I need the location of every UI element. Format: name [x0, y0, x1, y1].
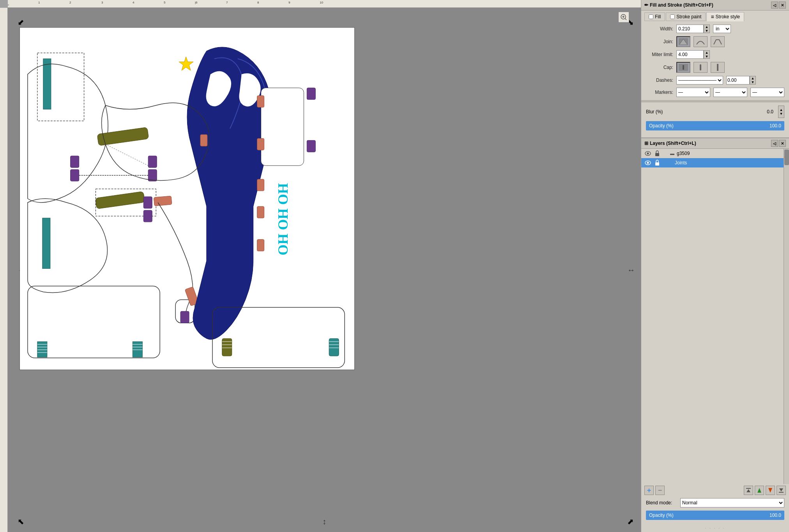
layers-icon: ⊞	[644, 141, 648, 146]
tab-stroke-paint[interactable]: Stroke paint	[666, 12, 706, 21]
arrow-topleft: ⬋	[18, 18, 24, 27]
layers-list-container: ▬ g3509	[641, 149, 789, 484]
fill-stroke-header: ✏ Fill and Stroke (Shift+Ctrl+F) ◁ ✕	[641, 0, 789, 11]
join-bevel-btn[interactable]	[711, 36, 725, 47]
layer-down-btn[interactable]	[766, 486, 775, 495]
svg-marker-49	[179, 57, 193, 70]
svg-line-50	[105, 144, 152, 167]
layer-up-btn[interactable]	[755, 486, 764, 495]
svg-rect-15	[143, 210, 152, 222]
svg-rect-41	[222, 338, 232, 356]
cap-butt-btn[interactable]	[676, 62, 690, 73]
width-spinner-btn[interactable]: ▲▼	[704, 25, 710, 33]
canvas-area: ⁰ 1 2 3 4 5 |6 7 8 9 10 ⬋ ⬊ ↔ ↔ ↕ ⬉ ⬈	[0, 0, 641, 532]
cap-round-btn[interactable]	[693, 62, 708, 73]
add-layer-btn[interactable]: +	[644, 486, 654, 495]
svg-rect-63	[655, 153, 659, 156]
marker-end-select[interactable]: —	[750, 88, 784, 97]
opacity-label: Opacity (%)	[649, 123, 674, 129]
layer-to-top-btn[interactable]	[744, 486, 753, 495]
svg-rect-10	[71, 156, 79, 167]
fill-checkbox[interactable]	[649, 14, 653, 19]
layer-row-g3509[interactable]: ▬ g3509	[641, 149, 784, 158]
panel-grip: · · · · ·	[641, 525, 789, 532]
fill-stroke-close[interactable]: ✕	[779, 2, 786, 9]
layer-name-g3509: g3509	[677, 151, 780, 156]
blur-row: Blur (%) 0.0 ▲▼	[641, 104, 789, 120]
svg-rect-31	[37, 342, 47, 357]
marker-start-select[interactable]: —	[676, 88, 710, 97]
width-row: Width: ▲▼ in px mm	[641, 23, 789, 35]
layer-collapse-g3509[interactable]: ▬	[670, 151, 674, 156]
blend-select[interactable]: Normal Multiply Screen Overlay	[680, 498, 784, 507]
blur-label: Blur (%)	[646, 109, 764, 115]
width-input[interactable]	[676, 25, 704, 33]
svg-rect-51	[200, 134, 207, 146]
layer-lock-g3509[interactable]	[654, 150, 661, 157]
markers-row: Markers: — — —	[641, 86, 789, 99]
arrow-bottomright: ⬈	[627, 517, 634, 526]
fill-stroke-tabs: Fill Stroke paint ≡ Stroke style	[641, 11, 789, 23]
layers-opacity-value: 100.0	[770, 513, 781, 518]
stroke-paint-checkbox[interactable]	[670, 14, 675, 19]
scrollbar-thumb[interactable]	[784, 150, 789, 165]
miter-spinner-btn[interactable]: ▲▼	[704, 50, 710, 59]
layer-to-bottom-btn[interactable]	[777, 486, 786, 495]
svg-marker-70	[768, 488, 772, 493]
dashes-spinner-btn[interactable]: ▲▼	[750, 76, 756, 85]
svg-rect-4	[43, 59, 51, 109]
dashes-row: Dashes: ──────────────── - - - - - - · ·…	[641, 74, 789, 86]
svg-text:HO HO HO: HO HO HO	[275, 183, 291, 255]
layers-opacity-bar[interactable]: Opacity (%) 100.0	[646, 511, 784, 520]
ruler-top: ⁰ 1 2 3 4 5 |6 7 8 9 10	[8, 0, 641, 8]
blend-label: Blend mode:	[646, 500, 677, 506]
svg-marker-69	[757, 488, 761, 493]
dashes-label: Dashes:	[646, 78, 673, 83]
svg-rect-54	[713, 38, 722, 45]
join-row: Join:	[641, 35, 789, 49]
svg-rect-28	[307, 88, 315, 100]
dashes-select[interactable]: ──────────────── - - - - - - · · · · · ·	[676, 76, 723, 85]
svg-rect-22	[261, 88, 304, 166]
layer-visibility-g3509[interactable]	[644, 150, 651, 157]
width-spinner: ▲▼	[676, 25, 710, 33]
fill-stroke-panel: ✏ Fill and Stroke (Shift+Ctrl+F) ◁ ✕ Fil…	[641, 0, 789, 138]
opacity-bar[interactable]: Opacity (%) 100.0	[646, 121, 784, 130]
miter-spinner: ▲▼	[676, 50, 710, 59]
cap-square-btn[interactable]	[711, 62, 725, 73]
tab-fill[interactable]: Fill	[644, 12, 665, 21]
zoom-button[interactable]	[618, 12, 629, 23]
tab-stroke-style[interactable]: ≡ Stroke style	[706, 12, 744, 21]
layer-lock-joints[interactable]	[654, 159, 661, 166]
layers-scrollbar[interactable]	[784, 149, 789, 484]
join-label: Join:	[646, 39, 673, 44]
miter-input[interactable]	[676, 50, 704, 59]
join-miter-btn[interactable]	[676, 36, 690, 47]
main-canvas[interactable]: HO HO HO	[19, 27, 355, 370]
remove-layer-btn[interactable]: −	[655, 486, 665, 495]
layers-toolbar: + −	[641, 484, 789, 497]
blur-spinner-btn[interactable]: ▲▼	[778, 106, 784, 118]
fill-stroke-title: Fill and Stroke (Shift+Ctrl+F)	[650, 2, 713, 8]
dashes-input[interactable]	[726, 76, 750, 85]
layers-bottom-spacer	[641, 521, 789, 525]
layer-visibility-joints[interactable]	[644, 159, 651, 166]
svg-rect-32	[133, 342, 142, 357]
svg-rect-25	[257, 179, 264, 191]
svg-rect-19	[180, 311, 189, 323]
layers-minimize[interactable]: ◁	[771, 140, 778, 147]
layer-row-joints[interactable]: Joints	[641, 158, 784, 167]
cap-label: Cap:	[646, 65, 673, 70]
layers-title: Layers (Shift+Ctrl+L)	[650, 141, 696, 146]
canvas-content: ⬋ ⬊ ↔ ↔ ↕ ⬉ ⬈	[8, 8, 641, 532]
svg-rect-14	[143, 197, 152, 208]
width-unit-select[interactable]: in px mm	[713, 25, 731, 33]
marker-mid-select[interactable]: —	[713, 88, 747, 97]
svg-rect-45	[329, 338, 339, 356]
svg-rect-16	[154, 196, 172, 206]
svg-rect-11	[71, 169, 79, 181]
layers-close[interactable]: ✕	[779, 140, 786, 147]
join-round-btn[interactable]	[693, 36, 708, 47]
fill-stroke-minimize[interactable]: ◁	[771, 2, 778, 9]
svg-rect-27	[257, 240, 264, 251]
